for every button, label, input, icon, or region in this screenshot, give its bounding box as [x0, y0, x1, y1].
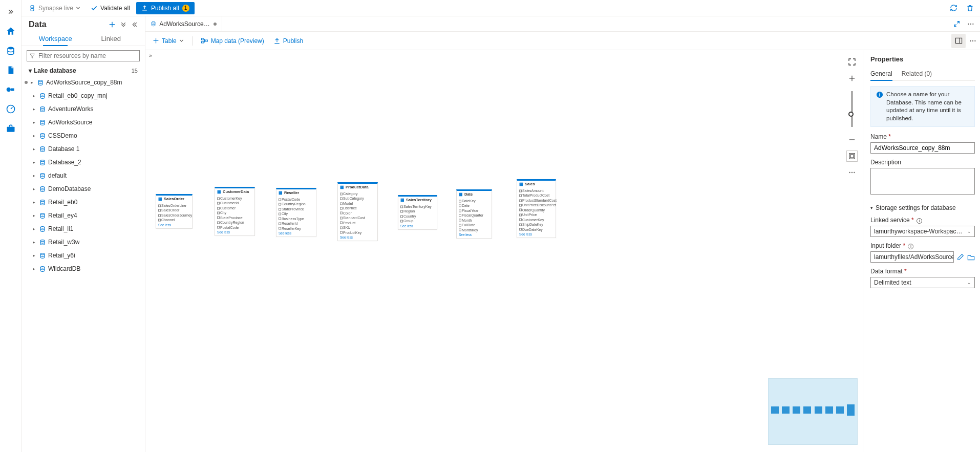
zoom-slider[interactable] [851, 91, 853, 127]
entity-salesterritory[interactable]: ▦SalesTerritorySalesTerritoryKeyRegionCo… [398, 195, 437, 230]
canvas-more-button[interactable] [846, 167, 858, 178]
rail-manage-button[interactable] [2, 119, 20, 138]
caret-right-icon: ▸ [33, 200, 37, 205]
database-item[interactable]: ▸Database_2 [22, 156, 145, 169]
fit-to-window-button[interactable] [846, 56, 858, 68]
synapse-live-label: Synapse live [38, 5, 73, 12]
database-icon [39, 106, 46, 113]
map-data-button[interactable]: Map data (Preview) [197, 35, 268, 47]
entity-see-more[interactable]: See less [400, 224, 435, 228]
add-table-button[interactable]: Table [148, 35, 188, 47]
svg-point-1 [6, 88, 10, 92]
svg-point-32 [972, 40, 973, 41]
filter-resources-input[interactable] [27, 50, 140, 61]
svg-point-11 [40, 133, 45, 135]
browse-input-folder-button[interactable] [967, 253, 975, 261]
canvas[interactable]: » ▦SalesOrderSalesOrderLineSalesOrderSal… [145, 50, 863, 452]
discard-button[interactable] [963, 1, 977, 15]
caret-right-icon: ▸ [33, 120, 37, 125]
tables-layer: ▦SalesOrderSalesOrderLineSalesOrderSales… [145, 50, 863, 452]
database-item[interactable]: ▸Retail_w3w [22, 235, 145, 249]
tab-more-button[interactable] [964, 17, 978, 31]
rail-expand-button[interactable] [2, 3, 20, 21]
entity-customerdata[interactable]: ▦CustomerDataCustomerKeyCustomerIdCustom… [215, 187, 255, 236]
tab-expand-button[interactable] [949, 17, 964, 31]
check-icon [91, 5, 98, 12]
entity-see-more[interactable]: See less [340, 235, 375, 239]
rail-develop-button[interactable] [2, 61, 20, 79]
entity-see-more[interactable]: See less [217, 230, 252, 234]
entity-sales[interactable]: ▦SalesSalesAmountTotalProductCostProduct… [517, 179, 556, 238]
database-item[interactable]: ▸Retail_eb0 [22, 196, 145, 209]
properties-panel-toggle[interactable] [951, 34, 966, 48]
add-resource-button[interactable] [107, 19, 117, 30]
entity-see-more[interactable]: See less [519, 232, 553, 236]
caret-right-icon: ▸ [33, 266, 37, 271]
name-input[interactable] [870, 142, 975, 154]
database-item[interactable]: ▸Retail_ey4 [22, 209, 145, 222]
rail-monitor-button[interactable] [2, 100, 20, 118]
database-item[interactable]: ▸CSSDemo [22, 129, 145, 142]
entity-productdata[interactable]: ▦ProductDataCategorySubCategoryModelList… [337, 182, 378, 241]
input-folder-field[interactable]: lamurthyfiles/AdWorksSource_... [870, 251, 954, 263]
tab-related[interactable]: Related (0) [902, 68, 932, 80]
database-item[interactable]: ▸default [22, 169, 145, 182]
publish-all-button[interactable]: Publish all 1 [136, 2, 195, 14]
rail-integrate-button[interactable] [2, 80, 20, 99]
svg-rect-28 [205, 40, 208, 41]
rail-data-button[interactable] [2, 41, 20, 60]
designer-publish-button[interactable]: Publish [269, 35, 307, 47]
more-icon [848, 169, 856, 176]
entity-see-more[interactable]: See less [279, 231, 314, 235]
rail-home-button[interactable] [2, 22, 20, 40]
collapse-panel-button[interactable] [130, 19, 140, 30]
collapse-all-button[interactable] [118, 19, 129, 30]
linked-service-select[interactable]: lamurthyworkspace-WorkspaceDef... ⌄ [870, 226, 975, 237]
database-list: ▸AdWorksSource_copy_88m▸Retail_eb0_copy_… [22, 76, 145, 275]
layout-icon [848, 153, 856, 160]
zoom-slider-knob[interactable] [848, 112, 854, 117]
database-item[interactable]: ▸Retail_y6i [22, 249, 145, 262]
unsaved-indicator-icon [214, 23, 217, 26]
storage-settings-header[interactable]: ▾ Storage settings for database [870, 204, 975, 211]
database-item[interactable]: ▸AdWorksSource [22, 116, 145, 129]
database-item[interactable]: ▸Database 1 [22, 142, 145, 156]
entity-date[interactable]: ▦DateDateKeyDateFiscalYearFiscalQuarterM… [456, 189, 492, 239]
database-icon [37, 79, 44, 86]
minus-icon [848, 136, 856, 143]
table-icon: ▦ [217, 189, 221, 194]
edit-input-folder-button[interactable] [957, 253, 964, 261]
database-item[interactable]: ▸WildcardDB [22, 262, 145, 275]
database-item[interactable]: ▸DemoDatabase [22, 182, 145, 196]
synapse-live-picker[interactable]: Synapse live [25, 2, 84, 14]
entity-see-more[interactable]: See less [459, 232, 489, 236]
minimap[interactable] [768, 378, 858, 445]
database-item[interactable]: ▸AdventureWorks [22, 102, 145, 116]
designer-more-button[interactable] [966, 34, 980, 48]
entity-see-more[interactable]: See less [158, 223, 190, 227]
tab-workspace[interactable]: Workspace [28, 31, 83, 46]
database-item-label: AdWorksSource_copy_88m [46, 79, 122, 86]
validate-all-button[interactable]: Validate all [87, 2, 134, 14]
description-input[interactable] [870, 168, 975, 195]
lake-database-group-header[interactable]: ▾Lake database 15 [22, 66, 145, 76]
data-format-select[interactable]: Delimited text ⌄ [870, 277, 975, 288]
entity-salesorder[interactable]: ▦SalesOrderSalesOrderLineSalesOrderSales… [156, 194, 193, 229]
database-item-label: Database 1 [48, 145, 79, 153]
tab-general[interactable]: General [870, 68, 892, 80]
entity-column: SalesOrder [158, 208, 190, 212]
refresh-button[interactable] [946, 1, 961, 15]
database-item[interactable]: ▸Retail_eb0_copy_mnj [22, 89, 145, 102]
document-tab-adworkssource[interactable]: AdWorksSource_co... [145, 16, 222, 31]
upload-icon [141, 5, 148, 11]
zoom-out-button[interactable] [846, 134, 858, 145]
entity-reseller[interactable]: ▦ResellerPostalCodeCountryRegionStatePro… [276, 188, 316, 237]
auto-layout-button[interactable] [846, 150, 858, 162]
zoom-in-button[interactable] [846, 73, 858, 84]
database-item[interactable]: ▸AdWorksSource_copy_88m [22, 76, 145, 89]
chevron-double-left-icon [132, 21, 138, 28]
database-item[interactable]: ▸Retail_li1 [22, 222, 145, 235]
tab-linked[interactable]: Linked [83, 31, 139, 46]
database-icon [39, 199, 46, 206]
database-item-label: AdWorksSource [48, 119, 92, 126]
